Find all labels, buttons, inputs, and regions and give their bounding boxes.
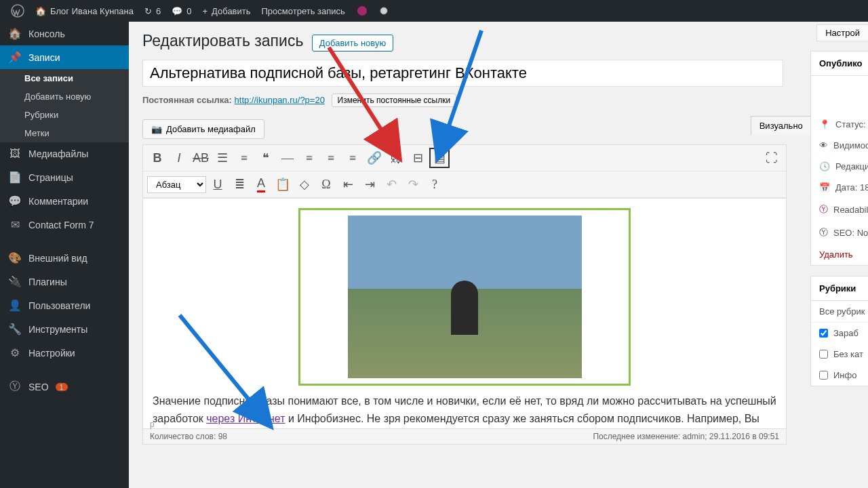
lastmod: Последнее изменение: admin; 29.11.2016 в… [593,432,779,441]
justify-button[interactable]: ≣ [229,174,250,195]
quote-button[interactable]: ❝ [256,148,276,168]
publish-title: Опублико [811,52,868,76]
add-media-button[interactable]: 📷 Добавить медиафайл [142,119,264,139]
clearformat-button[interactable]: ◇ [294,174,315,195]
pages-icon: 📄 [8,171,22,184]
help-button[interactable]: ? [425,174,445,195]
wordcount: Количество слов: 98 [150,432,227,441]
editor-area[interactable]: Значение подписной базы понимают все, в … [142,199,787,429]
seo-icon: Ⓨ [819,226,828,239]
dashboard-icon: 🏠 [8,27,22,40]
menu-dashboard[interactable]: 🏠Консоль [0,22,129,45]
menu-pages[interactable]: 📄Страницы [0,165,129,189]
site-name: Блог Ивана Кунпана [50,6,134,16]
settings-icon: ⚙ [8,346,22,359]
unlink-button[interactable]: ⛓ [386,148,406,168]
viewpost-link[interactable]: Просмотреть запись [256,0,351,22]
comment-icon: 💬 [172,6,182,16]
cat-check-2[interactable] [819,350,828,359]
home-icon: 🏠 [35,6,46,16]
pin-icon: 📍 [819,119,830,129]
eye-icon: 👁 [819,140,828,150]
updates-count: 6 [156,6,161,16]
menu-tools[interactable]: 🔧Инструменты [0,317,129,341]
updates-link[interactable]: ↻ 6 [139,0,166,22]
cat-check-3[interactable] [819,371,828,380]
page-heading: Редактировать запись [142,32,303,50]
delete-link[interactable]: Удалить [811,244,868,265]
undo-button[interactable]: ↶ [381,174,401,195]
redo-button[interactable]: ↷ [403,174,423,195]
menu-posts[interactable]: 📌Записи [0,45,129,69]
toolbar-toggle-button[interactable]: ▤ [429,148,450,168]
comments-icon: 💬 [8,195,22,207]
pin-icon: 📌 [8,51,22,64]
menu-cf7[interactable]: ✉Contact Form 7 [0,213,129,237]
wp-logo[interactable] [5,0,30,22]
ol-button[interactable]: ≡ [234,148,254,168]
yoast-icon [356,5,368,17]
ul-button[interactable]: ☰ [212,148,233,168]
comments-count: 0 [186,6,191,16]
bold-button[interactable]: B [147,148,167,168]
site-link[interactable]: 🏠 Блог Ивана Кунпана [30,0,139,22]
users-icon: 👤 [8,299,22,312]
menu-plugins[interactable]: 🔌Плагины [0,270,129,293]
strike-button[interactable]: AB [191,148,211,168]
change-permalink-button[interactable]: Изменить постоянные ссылки [332,94,457,107]
link-button[interactable]: 🔗 [364,148,384,168]
plus-icon: + [202,6,208,16]
permalink-row: Постоянная ссылка: http://ikunpan.ru/?p=… [142,94,854,107]
svg-point-2 [380,7,387,14]
paste-button[interactable]: 📋 [273,174,293,195]
submenu-add-post[interactable]: Добавить новую [0,87,129,106]
addnew-button[interactable]: Добавить новую [312,35,393,52]
submenu-tags[interactable]: Метки [0,124,129,142]
italic-button[interactable]: I [169,148,189,168]
fullscreen-button[interactable]: ⛶ [762,148,782,168]
submenu-categories[interactable]: Рубрики [0,106,129,124]
outdent-button[interactable]: ⇤ [338,174,358,195]
tools-icon: 🔧 [8,323,22,336]
adminbar-dot[interactable] [374,0,394,22]
refresh-icon: ↻ [144,6,152,16]
textcolor-button[interactable]: A [251,174,271,195]
menu-settings[interactable]: ⚙Настройки [0,341,129,365]
cats-tab-all[interactable]: Все рубрик [819,306,865,317]
publish-box: Опублико 📍Статус: О 👁Видимос 🕓Редакци 📅Д… [810,51,868,266]
comments-link[interactable]: 💬 0 [166,0,197,22]
readability-icon: Ⓨ [819,203,828,216]
align-left-button[interactable]: ≡ [299,148,319,168]
more-button[interactable]: ⊟ [408,148,428,168]
cat-check-1[interactable] [819,329,828,338]
yoast-menu-icon: Ⓨ [8,380,22,394]
calendar-icon: 📅 [819,182,830,192]
indent-button[interactable]: ⇥ [359,174,380,195]
menu-users[interactable]: 👤Пользователи [0,293,129,317]
submenu-all-posts[interactable]: Все записи [0,69,129,87]
align-center-button[interactable]: ≡ [321,148,341,168]
underline-button[interactable]: U [208,174,228,195]
yoast-adminbar[interactable] [351,0,374,22]
menu-appearance[interactable]: 🎨Внешний вид [0,246,129,270]
plugin-icon: 🔌 [8,275,22,288]
tab-visual[interactable]: Визуально [751,116,812,135]
hr-button[interactable]: — [277,148,298,168]
brush-icon: 🎨 [8,251,22,264]
path-indicator: р [150,420,155,429]
align-right-button[interactable]: ≡ [342,148,363,168]
menu-media[interactable]: 🖼Медиафайлы [0,142,129,165]
permalink-link[interactable]: http://ikunpan.ru/?p=20 [235,95,325,105]
post-title-input[interactable] [142,60,783,87]
selected-image-frame[interactable] [298,208,631,386]
content-link[interactable]: через Интернет [206,413,285,424]
wordpress-icon [11,4,24,18]
special-char-button[interactable]: Ω [316,174,336,195]
screen-options-tab[interactable]: Настрой [816,24,868,41]
format-select[interactable]: Абзац [147,176,206,193]
menu-comments[interactable]: 💬Комментарии [0,189,129,213]
addnew-link[interactable]: + Добавить [197,0,256,22]
menu-seo[interactable]: ⓎSEO 1 [0,374,129,399]
post-image [348,216,582,378]
camera-icon: 📷 [151,124,162,134]
